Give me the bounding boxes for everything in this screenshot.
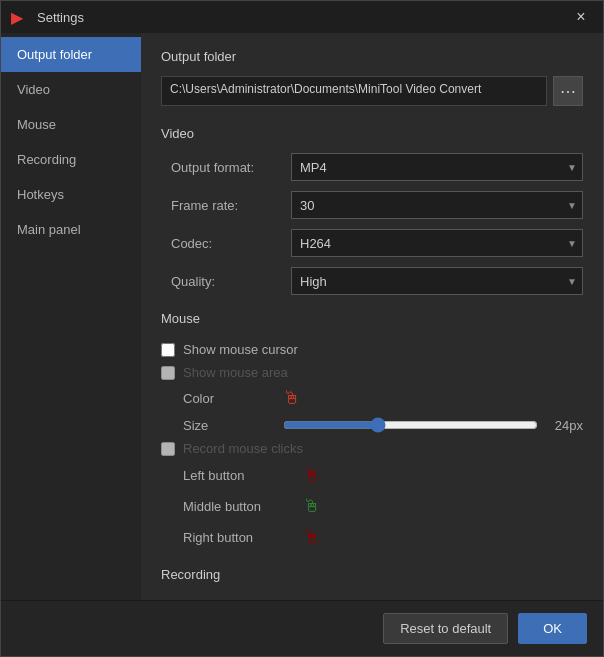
settings-window: ▶ Settings × Output folder Video Mouse R… — [0, 0, 604, 657]
size-row: Size 24px — [161, 413, 583, 437]
footer: Reset to default OK — [1, 600, 603, 656]
recording-section: Recording — [161, 567, 583, 582]
video-section-title: Video — [161, 126, 583, 141]
reset-button[interactable]: Reset to default — [383, 613, 508, 644]
titlebar-title: Settings — [37, 10, 84, 25]
sidebar: Output folder Video Mouse Recording Hotk… — [1, 33, 141, 600]
frame-rate-label: Frame rate: — [171, 198, 291, 213]
output-folder-title: Output folder — [161, 49, 583, 64]
show-cursor-checkbox[interactable] — [161, 343, 175, 357]
sidebar-item-video[interactable]: Video — [1, 72, 141, 107]
quality-wrapper: Low Medium High Ultra ▼ — [291, 267, 583, 295]
record-clicks-label: Record mouse clicks — [183, 441, 303, 456]
output-format-select[interactable]: MP4 AVI MKV MOV — [291, 153, 583, 181]
frame-rate-select[interactable]: 24 25 30 60 — [291, 191, 583, 219]
show-cursor-row: Show mouse cursor — [161, 338, 583, 361]
sidebar-item-main-panel[interactable]: Main panel — [1, 212, 141, 247]
middle-button-label: Middle button — [183, 499, 303, 514]
folder-row: C:\Users\Administrator\Documents\MiniToo… — [161, 76, 583, 106]
mouse-section: Mouse Show mouse cursor Show mouse area … — [161, 311, 583, 553]
mouse-section-title: Mouse — [161, 311, 583, 326]
sidebar-item-recording[interactable]: Recording — [1, 142, 141, 177]
codec-wrapper: H264 H265 VP9 ▼ — [291, 229, 583, 257]
show-cursor-label: Show mouse cursor — [183, 342, 298, 357]
codec-label: Codec: — [171, 236, 291, 251]
folder-browse-button[interactable]: ⋯ — [553, 76, 583, 106]
app-icon: ▶ — [11, 8, 29, 26]
size-label: Size — [183, 418, 273, 433]
right-button-icon: 🖱 — [303, 527, 321, 548]
frame-rate-wrapper: 24 25 30 60 ▼ — [291, 191, 583, 219]
show-area-checkbox[interactable] — [161, 366, 175, 380]
recording-section-title: Recording — [161, 567, 583, 582]
record-clicks-row: Record mouse clicks — [161, 437, 583, 460]
show-area-row: Show mouse area — [161, 361, 583, 384]
size-value: 24px — [548, 418, 583, 433]
left-button-label: Left button — [183, 468, 303, 483]
left-button-icon: 🖱 — [303, 465, 321, 486]
titlebar-left: ▶ Settings — [11, 8, 84, 26]
color-row: Color 🖱 — [161, 384, 583, 413]
quality-label: Quality: — [171, 274, 291, 289]
titlebar: ▶ Settings × — [1, 1, 603, 33]
video-section: Video Output format: MP4 AVI MKV MOV ▼ — [161, 126, 583, 295]
frame-rate-row: Frame rate: 24 25 30 60 ▼ — [161, 191, 583, 219]
output-format-wrapper: MP4 AVI MKV MOV ▼ — [291, 153, 583, 181]
quality-select[interactable]: Low Medium High Ultra — [291, 267, 583, 295]
middle-button-row: Middle button 🖱 — [161, 491, 583, 522]
left-button-row: Left button 🖱 — [161, 460, 583, 491]
close-button[interactable]: × — [569, 5, 593, 29]
output-format-label: Output format: — [171, 160, 291, 175]
sidebar-item-output-folder[interactable]: Output folder — [1, 37, 141, 72]
color-label: Color — [183, 391, 283, 406]
content-area: Output folder Video Mouse Recording Hotk… — [1, 33, 603, 600]
main-content: Output folder C:\Users\Administrator\Doc… — [141, 33, 603, 600]
output-format-row: Output format: MP4 AVI MKV MOV ▼ — [161, 153, 583, 181]
quality-row: Quality: Low Medium High Ultra ▼ — [161, 267, 583, 295]
folder-path: C:\Users\Administrator\Documents\MiniToo… — [161, 76, 547, 106]
record-clicks-checkbox[interactable] — [161, 442, 175, 456]
show-area-label: Show mouse area — [183, 365, 288, 380]
middle-button-icon: 🖱 — [303, 496, 321, 517]
ok-button[interactable]: OK — [518, 613, 587, 644]
codec-row: Codec: H264 H265 VP9 ▼ — [161, 229, 583, 257]
codec-select[interactable]: H264 H265 VP9 — [291, 229, 583, 257]
right-button-label: Right button — [183, 530, 303, 545]
color-cursor-icon[interactable]: 🖱 — [283, 388, 301, 409]
right-button-row: Right button 🖱 — [161, 522, 583, 553]
sidebar-item-hotkeys[interactable]: Hotkeys — [1, 177, 141, 212]
sidebar-item-mouse[interactable]: Mouse — [1, 107, 141, 142]
size-slider[interactable] — [283, 417, 538, 433]
